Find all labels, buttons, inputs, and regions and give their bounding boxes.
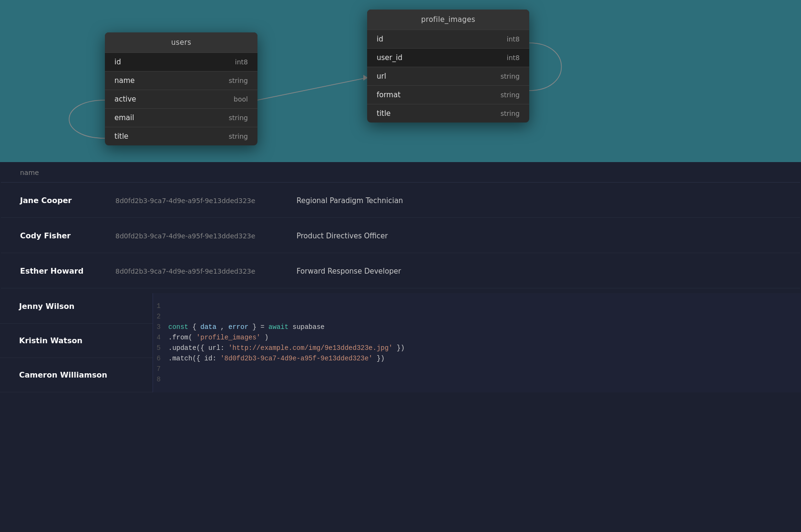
row-id: 8d0fd2b3-9ca7-4d9e-a95f-9e13dded323e: [115, 267, 297, 275]
users-field-active: active bool: [105, 90, 257, 108]
profile-field-id: id int8: [367, 30, 529, 48]
profile-field-format: format string: [367, 85, 529, 104]
users-table-title: users: [105, 32, 257, 52]
profile-field-title: title string: [367, 104, 529, 123]
code-line-5: 5 .update({ url: 'http://example.com/img…: [153, 343, 801, 353]
row-id: 8d0fd2b3-9ca7-4d9e-a95f-9e13dded323e: [115, 197, 297, 205]
data-table: name Jane Cooper 8d0fd2b3-9ca7-4d9e-a95f…: [0, 162, 801, 289]
row-name: Cameron Williamson: [19, 370, 114, 379]
data-section: name Jane Cooper 8d0fd2b3-9ca7-4d9e-a95f…: [0, 162, 801, 532]
table-row: Esther Howard 8d0fd2b3-9ca7-4d9e-a95f-9e…: [1, 254, 800, 288]
code-line-2: 2: [153, 311, 801, 322]
code-line-6: 6 .match({ id: '8d0fd2b3-9ca7-4d9e-a95f-…: [153, 353, 801, 364]
code-line-1: 1: [153, 301, 801, 311]
code-line-7: 7: [153, 364, 801, 374]
row-name: Esther Howard: [20, 266, 115, 276]
table-row: Cody Fisher 8d0fd2b3-9ca7-4d9e-a95f-9e13…: [1, 219, 800, 253]
table-header: name: [1, 163, 800, 183]
row-name: Kristin Watson: [19, 336, 114, 345]
table-profile-images: profile_images id int8 user_id int8 url …: [367, 10, 529, 123]
code-line-3: 3 const { data , error } = await supabas…: [153, 322, 801, 332]
row-title: Forward Response Developer: [297, 267, 401, 276]
row-title: Regional Paradigm Technician: [297, 196, 403, 205]
profile-field-url: url string: [367, 67, 529, 85]
profile-images-table-title: profile_images: [367, 10, 529, 30]
row-name: Jane Cooper: [20, 196, 115, 205]
code-rows-area: Jenny Wilson Kristin Watson Cameron Will…: [0, 289, 801, 392]
users-field-name: name string: [105, 71, 257, 90]
diagram-area: users id int8 name string active bool em…: [0, 0, 801, 186]
svg-line-0: [257, 78, 367, 100]
col-name-header: name: [20, 169, 115, 176]
row-name: Cody Fisher: [20, 231, 115, 240]
row-id: 8d0fd2b3-9ca7-4d9e-a95f-9e13dded323e: [115, 232, 297, 240]
table-users: users id int8 name string active bool em…: [105, 32, 257, 145]
users-field-email: email string: [105, 108, 257, 127]
code-overlay: 1 2 3 const { data , error } = await sup…: [153, 293, 801, 392]
users-field-id: id int8: [105, 52, 257, 71]
code-line-8: 8: [153, 374, 801, 385]
users-field-title: title string: [105, 127, 257, 145]
profile-field-user-id: user_id int8: [367, 48, 529, 67]
table-row: Jane Cooper 8d0fd2b3-9ca7-4d9e-a95f-9e13…: [1, 184, 800, 218]
row-title: Product Directives Officer: [297, 232, 388, 240]
code-line-4: 4 .from( 'profile_images' ): [153, 332, 801, 343]
row-name: Jenny Wilson: [19, 302, 114, 311]
